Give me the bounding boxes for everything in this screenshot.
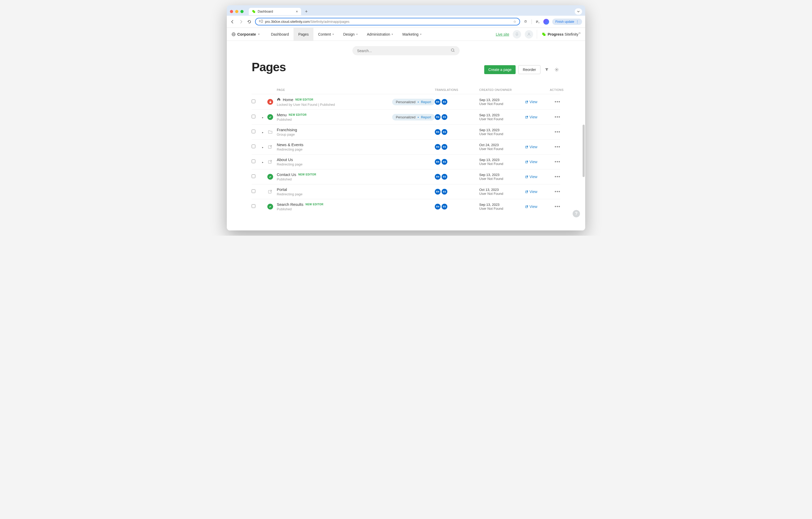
lang-badge-es[interactable]: ES xyxy=(442,174,447,180)
lang-badge-en[interactable]: EN xyxy=(435,189,440,195)
external-link-icon xyxy=(525,205,528,209)
settings-button[interactable] xyxy=(553,66,560,73)
row-checkbox[interactable] xyxy=(252,204,255,208)
page-subtext: Redirecting page xyxy=(277,192,302,196)
row-actions-menu[interactable]: ••• xyxy=(555,144,560,149)
maximize-window[interactable] xyxy=(240,10,243,13)
expand-caret-icon[interactable]: ▸ xyxy=(262,116,263,119)
personalized-pill: Personalized●Report xyxy=(392,99,435,105)
row-actions-menu[interactable]: ••• xyxy=(555,99,560,105)
expand-caret-icon[interactable]: ▸ xyxy=(262,131,263,134)
address-bar[interactable]: pro.3b0ce.cloud.sitefinity.com/Sitefinit… xyxy=(255,18,520,25)
row-actions-menu[interactable]: ••• xyxy=(555,129,560,135)
view-link[interactable]: View xyxy=(525,145,550,149)
browser-tab[interactable]: Dashboard × xyxy=(249,8,301,15)
search-box[interactable] xyxy=(352,46,460,55)
svg-rect-11 xyxy=(269,102,271,103)
page-name[interactable]: Portal xyxy=(277,187,287,192)
svg-point-7 xyxy=(528,33,530,34)
nav-content[interactable]: Content▾ xyxy=(313,28,339,40)
window-controls[interactable] xyxy=(230,10,243,13)
view-link[interactable]: View xyxy=(525,204,550,209)
lang-badge-en[interactable]: EN xyxy=(435,204,440,210)
search-input[interactable] xyxy=(357,49,451,53)
nav-pages[interactable]: Pages xyxy=(293,28,313,40)
back-button[interactable] xyxy=(230,19,235,24)
page-name[interactable]: Franchising xyxy=(277,128,297,132)
close-window[interactable] xyxy=(230,10,233,13)
view-link[interactable]: View xyxy=(525,190,550,194)
site-info-icon[interactable] xyxy=(259,19,263,24)
lang-badge-es[interactable]: ES xyxy=(442,114,447,120)
table-header: Page Translations Created on/Owner Actio… xyxy=(252,80,560,94)
row-actions-menu[interactable]: ••• xyxy=(555,204,560,209)
arrow-right-icon xyxy=(239,20,243,24)
page-name[interactable]: About Us xyxy=(277,157,293,162)
user-menu[interactable] xyxy=(525,30,533,38)
row-checkbox[interactable] xyxy=(252,144,255,148)
lang-badge-en[interactable]: EN xyxy=(435,99,440,105)
view-link[interactable]: View xyxy=(525,175,550,179)
row-actions-menu[interactable]: ••• xyxy=(555,159,560,164)
lang-badge-es[interactable]: ES xyxy=(442,189,447,195)
page-name[interactable]: Menu xyxy=(277,113,287,117)
report-link[interactable]: Report xyxy=(421,115,431,119)
forward-button[interactable] xyxy=(238,19,243,24)
row-checkbox[interactable] xyxy=(252,189,255,193)
row-checkbox[interactable] xyxy=(252,115,255,118)
lang-badge-en[interactable]: EN xyxy=(435,129,440,135)
row-actions-menu[interactable]: ••• xyxy=(555,189,560,194)
lang-badge-es[interactable]: ES xyxy=(442,159,447,165)
finish-update-button[interactable]: Finish update ⋮ xyxy=(552,19,582,25)
lang-badge-es[interactable]: ES xyxy=(442,129,447,135)
check-icon xyxy=(267,114,273,120)
row-checkbox[interactable] xyxy=(252,174,255,178)
nav-dashboard[interactable]: Dashboard xyxy=(266,28,294,40)
help-bubble[interactable]: ? xyxy=(573,210,580,217)
view-link[interactable]: View xyxy=(525,115,550,119)
filter-button[interactable] xyxy=(543,66,550,73)
lang-badge-es[interactable]: ES xyxy=(442,144,447,150)
kebab-icon: ⋮ xyxy=(576,20,579,24)
reorder-button[interactable]: Reorder xyxy=(518,65,541,74)
row-checkbox[interactable] xyxy=(252,100,255,103)
close-tab-icon[interactable]: × xyxy=(296,9,298,13)
view-link[interactable]: View xyxy=(525,100,550,104)
lang-badge-es[interactable]: ES xyxy=(442,99,447,105)
extensions-button[interactable] xyxy=(523,19,528,24)
report-link[interactable]: Report xyxy=(421,100,431,104)
reload-button[interactable] xyxy=(247,19,252,24)
site-selector[interactable]: Corporate ▾ xyxy=(232,32,263,36)
profile-avatar[interactable] xyxy=(543,19,549,25)
row-actions-menu[interactable]: ••• xyxy=(555,174,560,180)
lang-badge-en[interactable]: EN xyxy=(435,159,440,165)
row-checkbox[interactable] xyxy=(252,160,255,163)
lang-badge-en[interactable]: EN xyxy=(435,144,440,150)
scrollbar-thumb[interactable] xyxy=(583,125,585,177)
page-name[interactable]: News & Events xyxy=(277,142,303,147)
row-actions-menu[interactable]: ••• xyxy=(555,114,560,120)
page-name[interactable]: Home xyxy=(283,98,293,102)
minimize-window[interactable] xyxy=(235,10,238,13)
media-control-icon[interactable] xyxy=(535,19,540,24)
create-page-button[interactable]: Create a page xyxy=(484,65,516,74)
nav-marketing[interactable]: Marketing▾ xyxy=(398,28,426,40)
row-checkbox[interactable] xyxy=(252,130,255,133)
expand-caret-icon[interactable]: ▸ xyxy=(262,146,263,149)
lang-badge-es[interactable]: ES xyxy=(442,204,447,210)
expand-caret-icon[interactable]: ▸ xyxy=(262,161,263,164)
lang-badge-en[interactable]: EN xyxy=(435,114,440,120)
new-tab-button[interactable]: + xyxy=(303,8,310,15)
created-cell: Oct 13, 2023User Not Found xyxy=(479,188,525,196)
page-name[interactable]: Search Results xyxy=(277,202,303,207)
notifications-button[interactable] xyxy=(513,30,521,38)
bookmark-star-icon[interactable]: ☆ xyxy=(513,20,516,24)
nav-administration[interactable]: Administration▾ xyxy=(362,28,398,40)
external-link-icon xyxy=(525,160,528,164)
tabs-dropdown[interactable] xyxy=(575,8,582,15)
lang-badge-en[interactable]: EN xyxy=(435,174,440,180)
live-site-link[interactable]: Live site xyxy=(496,32,509,36)
page-name[interactable]: Contact Us xyxy=(277,172,296,177)
view-link[interactable]: View xyxy=(525,160,550,164)
nav-design[interactable]: Design▾ xyxy=(339,28,362,40)
